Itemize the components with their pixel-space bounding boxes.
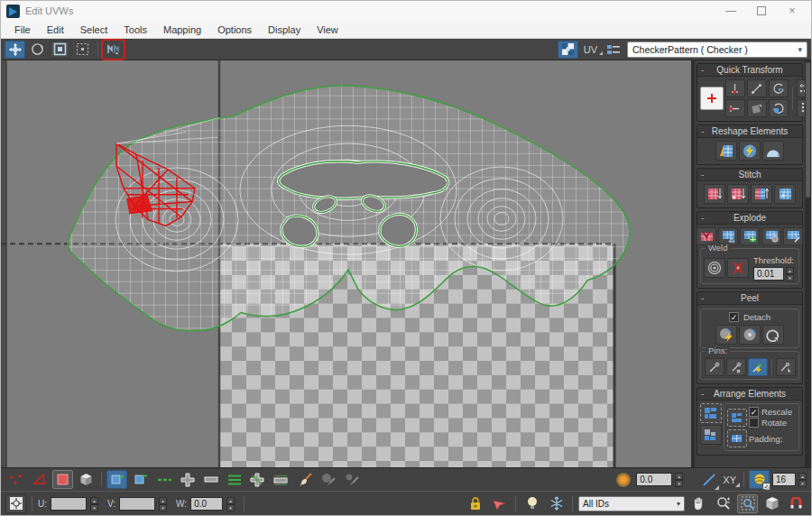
uv-channel-dropdown[interactable]: UV	[582, 44, 599, 55]
rotate-checkbox[interactable]	[749, 418, 759, 428]
pattern-select[interactable]: CheckerPattern ( Checker ) ▾	[627, 41, 807, 58]
target-weld-button[interactable]	[704, 258, 725, 278]
paint-grow-button[interactable]	[318, 470, 338, 489]
pan-button[interactable]	[688, 494, 709, 513]
snap-toggle-button[interactable]	[786, 494, 807, 513]
straighten-selection-button[interactable]	[715, 141, 737, 161]
menu-tools[interactable]: Tools	[115, 23, 155, 37]
paint-select-button[interactable]	[294, 470, 315, 489]
element-mode-button[interactable]	[76, 470, 97, 489]
relax-until-flat-button[interactable]	[739, 141, 761, 161]
align-vertical-button[interactable]	[725, 79, 745, 97]
freeform-mode-button[interactable]	[72, 41, 93, 59]
brush-size-spinner[interactable]: ▴ ▾	[798, 473, 807, 486]
linear-align-button[interactable]	[747, 79, 767, 97]
spin-up-icon[interactable]: ▴	[786, 267, 794, 274]
select-loop-button[interactable]	[153, 470, 174, 489]
map-options-button[interactable]	[603, 41, 623, 59]
rotate-cw-button[interactable]	[769, 79, 789, 97]
u-coordinate-field[interactable]	[51, 497, 87, 511]
peel-mode-button[interactable]	[739, 325, 761, 345]
align-pivot-button[interactable]	[700, 87, 724, 110]
menu-file[interactable]: File	[6, 23, 39, 37]
align-to-edge-button[interactable]	[747, 99, 767, 117]
collapse-icon[interactable]: -	[701, 390, 704, 399]
brush-size-field[interactable]: 16	[772, 473, 796, 486]
falloff-curve-button[interactable]	[698, 470, 719, 489]
maximize-button[interactable]	[757, 6, 766, 15]
panel-scrollbar[interactable]	[805, 60, 811, 467]
section-header[interactable]: - Reshape Elements	[697, 125, 802, 138]
spin-up-icon[interactable]: ▴	[675, 473, 683, 480]
menu-view[interactable]: View	[309, 23, 346, 37]
menu-mapping[interactable]: Mapping	[155, 23, 209, 37]
select-element-toggle-button[interactable]	[489, 494, 510, 513]
quick-peel-button[interactable]	[715, 325, 737, 345]
zoom-extents-button[interactable]	[761, 494, 782, 513]
section-header[interactable]: - Peel	[697, 292, 802, 305]
soft-selection-button[interactable]	[613, 470, 633, 489]
move-button[interactable]	[5, 41, 25, 59]
highlight-selection-button[interactable]	[521, 494, 542, 513]
zoom-region-button[interactable]	[737, 494, 758, 513]
pack-normalize-button[interactable]	[700, 403, 722, 423]
reset-peel-button[interactable]	[762, 325, 784, 345]
spin-down-icon[interactable]: ▾	[226, 504, 235, 511]
menu-display[interactable]: Display	[260, 23, 309, 37]
menu-edit[interactable]: Edit	[39, 23, 72, 37]
ring-grow-button[interactable]	[247, 470, 268, 489]
soft-selection-spinner[interactable]: ▴ ▾	[675, 473, 683, 486]
paint-shrink-button[interactable]	[341, 470, 362, 489]
freeze-selection-button[interactable]	[546, 494, 567, 513]
shrink-selection-button[interactable]	[130, 470, 151, 489]
w-coordinate-field[interactable]: 0.0	[190, 497, 223, 511]
section-header[interactable]: - Quick Transform	[697, 64, 802, 77]
spin-up-icon[interactable]: ▴	[159, 497, 167, 504]
rotate-button[interactable]	[27, 41, 48, 59]
section-header[interactable]: - Arrange Elements	[697, 388, 802, 401]
soft-selection-value-field[interactable]: 0.0	[636, 473, 672, 486]
collapse-icon[interactable]: -	[701, 214, 704, 223]
space-vertically-button[interactable]	[797, 99, 805, 117]
spin-up-icon[interactable]: ▴	[226, 497, 235, 504]
uv-editor-canvas[interactable]	[1, 60, 691, 467]
v-spinner[interactable]: ▴▾	[159, 497, 167, 511]
pack-full-button[interactable]	[727, 429, 747, 447]
stitch-source-button[interactable]	[727, 184, 749, 204]
show-pins-button[interactable]	[776, 358, 796, 376]
collapse-icon[interactable]: -	[701, 294, 704, 303]
loop-shrink-button[interactable]	[200, 470, 221, 489]
align-horizontal-button[interactable]	[725, 99, 745, 117]
paint-falloff-button[interactable]: ✓	[749, 470, 770, 489]
flatten-custom-button[interactable]	[783, 227, 803, 245]
unpin-tool-button[interactable]	[726, 358, 746, 376]
ring-shrink-button[interactable]	[271, 470, 291, 489]
space-horizontally-button[interactable]	[797, 79, 805, 97]
stitch-custom-button[interactable]	[704, 184, 725, 204]
mirror-button[interactable]	[103, 41, 124, 59]
section-header[interactable]: - Stitch	[697, 169, 802, 181]
lock-selection-button[interactable]	[465, 494, 485, 513]
show-map-button[interactable]	[558, 41, 578, 59]
absolute-mode-button[interactable]	[5, 494, 26, 513]
menu-options[interactable]: Options	[209, 23, 260, 37]
scale-button[interactable]	[50, 41, 70, 59]
u-spinner[interactable]: ▴▾	[90, 497, 98, 511]
polygon-mode-button[interactable]	[52, 470, 73, 489]
spin-down-icon[interactable]: ▾	[798, 480, 807, 487]
zoom-button[interactable]	[713, 494, 734, 513]
stitch-target-button[interactable]	[774, 184, 796, 204]
falloff-space-dropdown[interactable]: XY	[722, 475, 739, 485]
spin-down-icon[interactable]: ▾	[675, 480, 683, 487]
flatten-by-material-button[interactable]	[740, 227, 760, 245]
weld-threshold-spinner[interactable]: ▴ ▾	[786, 267, 794, 281]
auto-pin-button[interactable]	[748, 358, 768, 376]
spin-down-icon[interactable]: ▾	[159, 504, 167, 511]
material-id-select[interactable]: All IDs ▾	[578, 496, 685, 511]
spin-down-icon[interactable]: ▾	[786, 274, 794, 281]
spin-down-icon[interactable]: ▾	[90, 504, 98, 511]
rotate-ccw-button[interactable]	[769, 99, 789, 117]
rescale-elements-button[interactable]	[700, 425, 722, 445]
collapse-icon[interactable]: -	[701, 170, 704, 180]
stitch-average-button[interactable]	[751, 184, 772, 204]
